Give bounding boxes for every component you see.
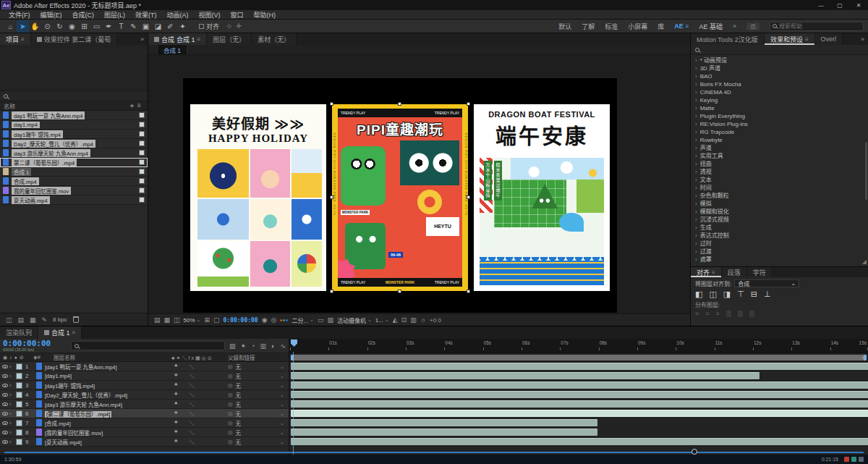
layer-visibility-toggle[interactable] <box>0 365 9 368</box>
collapse-switch-icon[interactable]: ♣ <box>174 410 178 417</box>
draft-3d-icon[interactable]: ✦ <box>241 342 247 350</box>
effect-category[interactable]: ›过渡 <box>691 248 868 256</box>
panel-menu-icon[interactable]: ≡ <box>21 36 25 43</box>
parent-link-dropdown[interactable]: ◎无⌄ <box>228 372 289 380</box>
layer-duration-bar[interactable] <box>291 391 868 398</box>
selection-tool[interactable]: ➤ <box>17 20 29 33</box>
expander-icon[interactable]: › <box>695 65 697 72</box>
selection-handle[interactable] <box>467 102 470 106</box>
interpret-footage-icon[interactable]: ◫ <box>6 316 12 324</box>
close-button[interactable]: ✕ <box>849 2 868 9</box>
expander-icon[interactable]: › <box>695 256 697 263</box>
label-color-swatch[interactable] <box>139 187 145 193</box>
project-item[interactable]: 第二课（葡萄乐园）.mp4 <box>0 158 148 167</box>
distribute-top-button[interactable]: ≡ <box>695 310 699 317</box>
menu-item[interactable]: 编辑(E) <box>36 10 67 20</box>
new-folder-icon[interactable]: ▤ <box>18 316 25 324</box>
parent-link-dropdown[interactable]: ◎无⌄ <box>228 410 289 418</box>
collapse-switch-icon[interactable]: ♣ <box>174 372 178 379</box>
menu-item[interactable]: 动画(A) <box>163 10 193 20</box>
layer-label-swatch[interactable] <box>16 429 25 436</box>
quality-switch-icon[interactable]: ＼ <box>190 391 195 398</box>
expander-icon[interactable]: › <box>695 97 697 104</box>
label-color-swatch[interactable] <box>139 131 145 137</box>
tab-effect-controls[interactable]: 效果控件 第二课（葡萄 <box>31 33 118 45</box>
quality-switch-icon[interactable]: ＼ <box>190 400 195 408</box>
timeline-layer-row[interactable]: › 3 [day1端午 馄饨.mp4] ♣＼ ◎无⌄ <box>0 381 289 390</box>
tab-overflow-chevron[interactable]: » <box>857 33 868 45</box>
selection-handle[interactable] <box>330 195 333 199</box>
layer-name[interactable]: [day3 游乐摩天轮 九鱼Ann.mp4] <box>45 400 171 408</box>
tool-options-icons[interactable]: ⊹✛ <box>226 22 246 30</box>
comp-marker-bin-icon[interactable]: ◈ <box>862 355 866 360</box>
distribute-bottom-button[interactable]: ≡ <box>716 310 720 317</box>
expander-icon[interactable]: › <box>695 129 697 135</box>
selection-handle[interactable] <box>467 195 470 199</box>
parent-link-dropdown[interactable]: ◎无⌄ <box>228 438 289 446</box>
layer-name[interactable]: [day1.mp4] <box>45 373 171 379</box>
layer-name[interactable]: [第二课（葡萄乐园）.mp4] <box>45 410 171 418</box>
effect-category[interactable]: ›杂色和颗粒 <box>691 192 868 200</box>
work-area-bar[interactable] <box>291 355 867 360</box>
effect-category[interactable]: ›模糊和锐化 <box>691 208 868 216</box>
align-to-dropdown[interactable]: 合成⌄ <box>734 279 799 287</box>
parent-link-dropdown[interactable]: ◎无⌄ <box>228 363 289 371</box>
effect-category[interactable]: ›声道 <box>691 144 868 152</box>
layer-name[interactable]: [day1 鸭玩一夏 九鱼Ann.mp4] <box>45 363 171 371</box>
layer-expander[interactable]: › <box>9 392 16 398</box>
selection-handle[interactable] <box>330 102 333 106</box>
layer-duration-bar[interactable] <box>291 381 868 389</box>
layer-expander[interactable]: › <box>9 382 16 389</box>
selection-handle[interactable] <box>330 290 333 293</box>
timeline-layer-row[interactable]: › 6 [第二课（葡萄乐园）.mp4] ♣＼ ◎无⌄ <box>0 409 289 418</box>
effects-search-box[interactable] <box>691 45 868 55</box>
expander-icon[interactable]: › <box>695 208 697 215</box>
layer-visibility-toggle[interactable] <box>0 431 9 434</box>
resize-grip-icon[interactable]: ◢ <box>862 258 867 265</box>
expander-icon[interactable]: › <box>695 153 697 159</box>
expander-icon[interactable]: › <box>695 161 697 167</box>
pickwhip-icon[interactable]: ◎ <box>228 382 233 389</box>
distribute-left-button[interactable]: ||| <box>726 310 731 317</box>
project-item[interactable]: 合成 1 <box>0 167 148 177</box>
label-color-swatch[interactable] <box>139 178 145 184</box>
collapse-switch-icon[interactable]: ♣ <box>174 400 178 408</box>
workspace-tab[interactable]: 库 <box>658 22 664 31</box>
quality-switch-icon[interactable]: ＼ <box>190 438 195 445</box>
expander-icon[interactable]: › <box>695 193 697 199</box>
layer-switches[interactable]: ♣＼ <box>171 438 228 445</box>
tab-character[interactable]: 字符 <box>747 267 773 277</box>
workspace-tab[interactable]: 小屏幕 <box>628 22 647 31</box>
viewer-timecode[interactable]: 0:00:00:00 <box>224 317 258 324</box>
effect-category[interactable]: ›扭曲 <box>691 160 868 168</box>
new-composition-icon[interactable]: ▦ <box>30 316 36 324</box>
effect-category[interactable]: ›文本 <box>691 176 868 184</box>
align-v-center-button[interactable]: ⊟ <box>751 290 757 299</box>
layer-name[interactable]: [我的童年回忆图鉴.mov] <box>45 429 171 436</box>
distribute-v-center-button[interactable]: ≡ <box>705 310 709 317</box>
tab-motion-tools[interactable]: Motion Tools 2汉化版 <box>691 33 765 45</box>
snap-checkbox[interactable] <box>199 24 204 29</box>
layer-switches[interactable]: ♣＼ <box>171 372 228 379</box>
expander-icon[interactable]: › <box>695 216 697 223</box>
collapse-switch-icon[interactable]: ♣ <box>174 381 178 389</box>
time-ruler[interactable]: 0s 01s 02s 03s 04s 05s 06s 07s 08s 09s 1… <box>289 339 868 353</box>
region-of-interest-icon[interactable]: ▭ <box>318 316 324 324</box>
timeline-layer-row[interactable]: › 7 [合成.mp4] ♣＼ ◎无⌄ <box>0 418 289 428</box>
layer-expander[interactable]: › <box>9 429 16 436</box>
brush-tool[interactable]: ✎ <box>127 20 140 33</box>
effect-category[interactable]: ›CINEMA 4D <box>691 88 868 96</box>
parent-link-dropdown[interactable]: ◎无⌄ <box>228 381 289 389</box>
layer-duration-bar[interactable] <box>291 429 597 436</box>
expander-icon[interactable]: › <box>695 224 697 231</box>
layer-visibility-toggle[interactable] <box>0 393 9 397</box>
motion-blur-icon[interactable]: ◐ <box>271 342 275 350</box>
hide-shy-layers-icon[interactable]: ◔ <box>251 342 255 350</box>
project-item[interactable]: day3 游乐摩天轮 九鱼Ann.mp4 <box>0 148 148 158</box>
primary-viewer-icon[interactable]: ▦ <box>164 316 171 324</box>
label-color-swatch[interactable] <box>139 140 145 146</box>
comp-flowchart-icon[interactable]: ▧ <box>229 342 236 350</box>
tab-effects-presets[interactable]: 效果和预设≡ <box>765 33 815 45</box>
orbit-camera-tool[interactable]: ↻ <box>54 20 66 33</box>
layer-name[interactable]: [Day2_摩天轮_雪儿（优秀）.mp4] <box>45 391 171 399</box>
